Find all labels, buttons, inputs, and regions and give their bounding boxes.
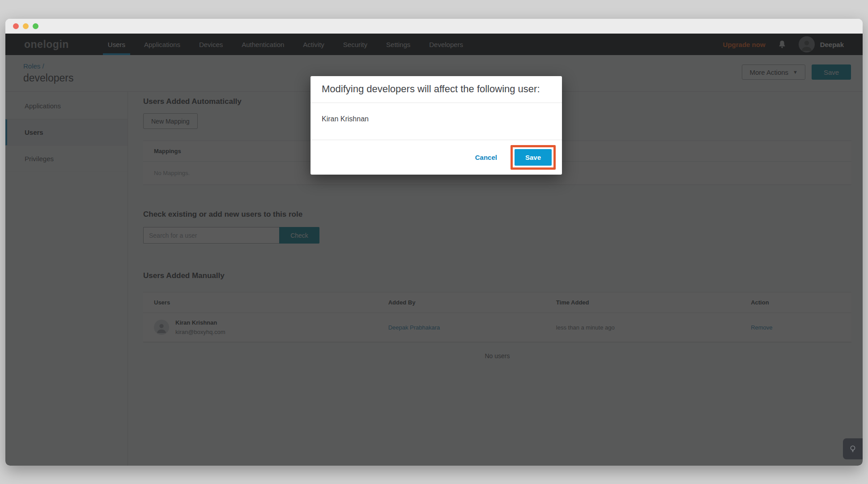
browser-window: onelogin Users Applications Devices Auth… [5, 19, 863, 466]
maximize-window-button[interactable] [33, 23, 38, 29]
viewport: onelogin Users Applications Devices Auth… [5, 34, 863, 466]
minimize-window-button[interactable] [23, 23, 29, 29]
titlebar [5, 19, 863, 34]
modal-save-button[interactable]: Save [515, 149, 552, 166]
modal-title: Modifying developers will affect the fol… [311, 76, 562, 103]
save-highlight-annotation: Save [511, 145, 556, 170]
confirm-modal: Modifying developers will affect the fol… [311, 76, 562, 175]
modal-footer: Cancel Save [311, 140, 562, 175]
modal-cancel-button[interactable]: Cancel [475, 154, 497, 161]
close-window-button[interactable] [13, 23, 19, 29]
modal-affected-user: Kiran Krishnan [311, 103, 562, 140]
help-lightbulb-button[interactable] [843, 438, 863, 459]
